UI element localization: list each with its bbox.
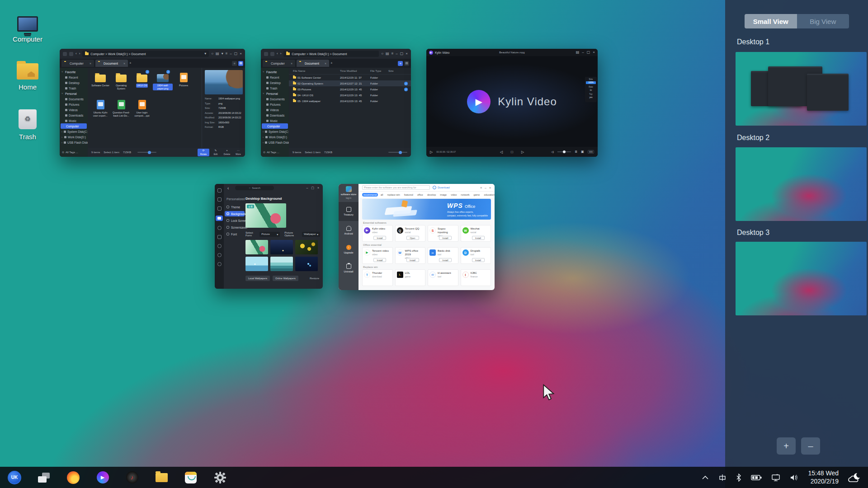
maximize-button[interactable]: ▢	[400, 52, 404, 56]
panel-row[interactable]: Top yes	[586, 93, 596, 99]
new-tab-button[interactable]: +	[129, 61, 132, 65]
panel-row[interactable]: Rate 1x	[586, 86, 596, 92]
category-tab[interactable]: develop	[426, 193, 437, 197]
app-icon[interactable]	[63, 52, 67, 56]
folder-tab[interactable]: Computer ×	[263, 60, 295, 67]
menu-icon[interactable]: ≡	[480, 186, 482, 189]
sidebar-item[interactable]: ˅ Favorite	[60, 69, 88, 75]
folder-tab[interactable]: Computer ×	[61, 60, 94, 67]
file-item[interactable]: Question Feed-back List-Do...	[111, 99, 132, 125]
app-card[interactable]: W WPS office 2019 office Install	[395, 247, 426, 264]
sidebar-item[interactable]: Trash	[261, 85, 289, 91]
close-button[interactable]: ×	[240, 52, 242, 56]
sidebar-item[interactable]: › System Disk(C:)	[261, 129, 289, 134]
firefox-icon[interactable]	[67, 471, 80, 484]
category-tab[interactable]: featured	[403, 193, 415, 197]
file-row[interactable]: 03-Pictures 2014/12/29 13: 45 Folder ✓	[289, 86, 411, 92]
app-card[interactable]: I ICBC finance	[461, 269, 491, 286]
terminal-icon[interactable]	[69, 52, 73, 56]
file-manager-window-icon-view[interactable]: ‹ › Computer > Work Disk(D:) > Document …	[60, 49, 245, 157]
install-button[interactable]: Install	[406, 258, 419, 262]
app-card[interactable]: ∞ Baidu disk tool Install	[428, 247, 458, 264]
zoom-slider[interactable]	[137, 152, 156, 153]
update-icon[interactable]	[217, 253, 222, 257]
action-button[interactable]: × Delete	[222, 149, 232, 156]
column-header[interactable]: File Name	[289, 70, 340, 72]
app-card[interactable]: T Thunder download	[362, 269, 393, 286]
action-button[interactable]: ⟳ Rotate	[198, 149, 209, 156]
settings-nav-item[interactable]: Font	[225, 231, 245, 237]
category-tab[interactable]: video	[449, 193, 458, 197]
close-button[interactable]: ×	[317, 186, 319, 190]
play-button[interactable]: ▷	[430, 150, 433, 154]
close-button[interactable]: ×	[489, 186, 491, 189]
forward-icon[interactable]: ›	[79, 52, 80, 56]
view-icon[interactable]: ▤	[386, 52, 389, 56]
tab-close-icon[interactable]: ×	[123, 62, 125, 65]
column-header[interactable]: File Type	[370, 70, 388, 72]
expand-chevron-icon[interactable]	[702, 475, 709, 480]
maximize-button[interactable]: ▢	[587, 51, 590, 54]
action-button[interactable]: ⋯ More	[233, 149, 243, 156]
sidebar-item[interactable]: Videos	[261, 107, 289, 113]
local-wallpapers-button[interactable]: Local Wallpapers	[245, 276, 270, 281]
forward-icon[interactable]: ›	[280, 52, 282, 56]
wallpaper-thumbnail[interactable]	[245, 240, 268, 254]
fullscreen-icon[interactable]: ▣	[581, 150, 584, 154]
software-store-window[interactable]: software store log in Treasury Android ↑…	[339, 184, 495, 290]
zoom-slider[interactable]	[388, 152, 407, 153]
desktop-icon-computer[interactable]: Computer	[3, 16, 52, 43]
playlist-icon[interactable]: ≣	[575, 150, 577, 154]
app-card[interactable]: ▶ Kylin video video Install	[362, 225, 393, 242]
ukui-start-menu-icon[interactable]: UK	[8, 471, 21, 484]
sidebar-item[interactable]: Documents	[261, 96, 289, 102]
sidebar-item[interactable]: Recent	[261, 75, 289, 80]
category-tab[interactable]: education	[482, 193, 495, 197]
app-card[interactable]: iU H assistant tool	[428, 269, 458, 286]
category-tab[interactable]: game	[472, 193, 481, 197]
settings-nav-item[interactable]: Theme	[225, 204, 245, 210]
video-canvas[interactable]: ▶ Kylin Video Size 100% Rate 1x Top yes	[426, 56, 598, 147]
desktop-icon-home[interactable]: Home	[3, 63, 52, 91]
view-icon[interactable]: ▤	[216, 52, 219, 56]
store-search-input[interactable]	[362, 185, 430, 190]
input-method-icon[interactable]	[718, 474, 726, 482]
task-view-icon[interactable]	[38, 473, 50, 483]
file-row[interactable]: 04- UKUI OS 2014/12/29 13: 45 Folder	[289, 92, 411, 98]
app-card[interactable]: D Dingtalk tool Install	[461, 247, 491, 264]
search-icon[interactable]: ○	[211, 52, 213, 56]
install-button[interactable]: Install	[373, 236, 386, 240]
remove-desktop-button[interactable]: –	[801, 437, 820, 455]
wallpaper-thumbnail[interactable]	[295, 240, 318, 254]
all-tags-button[interactable]: ⊙ All Tags ...	[261, 148, 289, 157]
file-manager-icon[interactable]	[156, 473, 168, 482]
sidebar-item[interactable]: Videos	[60, 107, 88, 113]
category-tab[interactable]: office	[416, 193, 425, 197]
wps-banner[interactable]: WPS Office Linux Always free office expe…	[362, 199, 491, 220]
sidebar-item[interactable]: Downloads	[261, 113, 289, 118]
install-button[interactable]: Install	[373, 258, 386, 262]
category-tab[interactable]: image	[439, 193, 448, 197]
action-button[interactable]: ✎ Edit	[211, 149, 221, 156]
app-card[interactable]: L LOL game	[395, 269, 426, 286]
volume-icon[interactable]: ◁)	[551, 150, 554, 153]
sidebar-item[interactable]: › Work Disk(D:)	[261, 134, 289, 140]
picture-options-dropdown[interactable]: Wallpaper ▾	[302, 232, 320, 237]
back-icon[interactable]: ‹	[75, 52, 77, 56]
file-row[interactable]: 05- 1904 wallpaper 2014/12/29 13: 45 Fol…	[289, 98, 411, 104]
minimize-button[interactable]: –	[582, 51, 584, 54]
sort-chevron-icon[interactable]: ▾	[222, 52, 223, 56]
wallpaper-thumbnail[interactable]	[270, 240, 293, 254]
sidebar-item[interactable]: Pictures	[60, 102, 88, 107]
all-tags-button[interactable]: ⊙ All Tags ...	[60, 148, 88, 157]
app-card[interactable]: S Sogou inputting office Install	[428, 225, 458, 242]
select-form-dropdown[interactable]: Picture ▾	[259, 232, 280, 237]
minimize-button[interactable]: –	[230, 52, 231, 56]
music-player-icon[interactable]: ♪	[126, 471, 138, 483]
tab-close-icon[interactable]: ×	[291, 62, 292, 65]
terminal-icon[interactable]	[270, 52, 274, 56]
login-link[interactable]: log in	[346, 197, 351, 199]
sidebar-item[interactable]: Pictures	[261, 102, 289, 107]
personalization-icon[interactable]	[216, 216, 223, 221]
sidebar-item[interactable]: Desktop	[261, 80, 289, 85]
